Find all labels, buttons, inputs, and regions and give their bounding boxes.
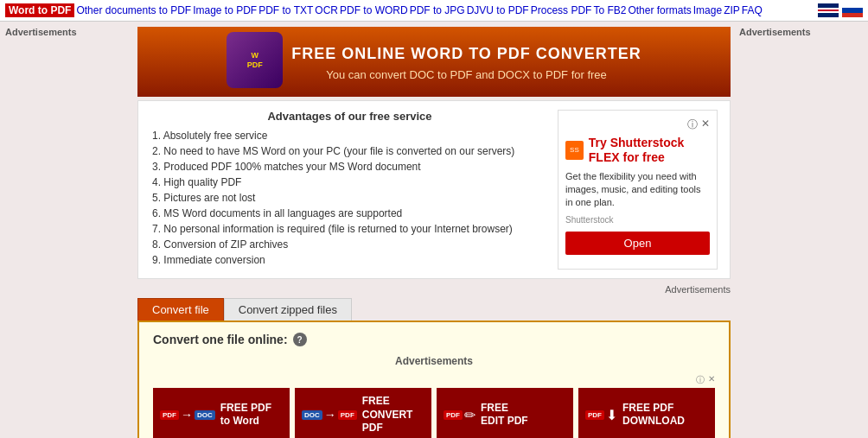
nav-to-fb2[interactable]: To FB2 [593,4,626,16]
nav-ocr[interactable]: OCR [315,4,338,16]
banner-2-icon: DOC → PDF [302,408,357,422]
ad-logo: SS [565,141,584,160]
ad-banners-top: ⓘ ✕ [153,374,715,386]
ad-banner-2[interactable]: DOC → PDF FREECONVERT PDF [295,388,431,438]
nav-process-pdf[interactable]: Process PDF [531,4,592,16]
banner-title: FREE ONLINE WORD TO PDF CONVERTER [291,40,641,63]
ads-label-bottom: Advertisements [137,284,731,295]
ad-info-icon[interactable]: ⓘ [687,117,698,132]
ad-banners-container: ⓘ ✕ PDF → DOC FREE PDFto Word DO [153,374,715,438]
banner-1-icon: PDF → DOC [160,408,215,422]
top-navigation: Word to PDF Other documents to PDF Image… [0,0,868,22]
language-flags [818,3,863,17]
advantage-5: 5. Pictures are not lost [150,192,549,204]
ad-info-icon-small[interactable]: ⓘ [696,374,705,386]
ad-source: Shutterstock [565,215,710,225]
advantage-9: 9. Immediate conversion [150,254,549,266]
nav-pdf-to-txt[interactable]: PDF to TXT [258,4,313,16]
ad-close-icon[interactable]: ✕ [701,117,710,132]
advantage-6: 6. MS Word documents in all languages ar… [150,207,549,219]
flag-uk[interactable] [818,3,839,17]
ad-banner-1[interactable]: PDF → DOC FREE PDFto Word [153,388,290,438]
nav-image[interactable]: Image [693,4,722,16]
ad-box: ⓘ ✕ SS Try Shutterstock FLEX for free Ge… [558,110,718,270]
ad-box-header: ⓘ ✕ [565,117,710,132]
convert-online-label: Convert one file online: [153,333,288,346]
ad-open-button[interactable]: Open [565,232,710,255]
tabs-row: Convert file Convert zipped files [137,298,731,321]
convert-box: Convert one file online: ? Advertisement… [137,321,731,438]
nav-djvu-to-pdf[interactable]: DJVU to PDF [467,4,529,16]
ad-banners-row: PDF → DOC FREE PDFto Word DOC → PDF FREE… [153,388,715,438]
nav-other-docs[interactable]: Other documents to PDF [76,4,191,16]
nav-pdf-to-word[interactable]: PDF to WORD [340,4,408,16]
sidebar-left-label: Advertisements [5,27,77,37]
ad-banner-4[interactable]: PDF ⬇ FREE PDFDOWNLOAD [578,388,715,438]
ad-headline: Try Shutterstock FLEX for free [589,136,710,165]
nav-zip[interactable]: ZIP [724,4,740,16]
advantage-8: 8. Conversion of ZIP archives [150,238,549,251]
nav-pdf-to-jpg[interactable]: PDF to JPG [410,4,465,16]
sidebar-left: Advertisements [0,22,134,438]
banner-1-text: FREE PDFto Word [220,402,271,428]
center-content: WPDF FREE ONLINE WORD TO PDF CONVERTER Y… [134,22,734,438]
advantage-2: 2. No need to have MS Word on your PC (y… [150,145,549,157]
banner-2-text: FREECONVERT PDF [362,395,424,435]
banner-logo: WPDF [227,32,283,88]
banner-4-icon: PDF ⬇ [585,407,617,423]
banner-3-text: FREEEDIT PDF [481,402,528,428]
main-wrapper: Advertisements WPDF FREE ONLINE WORD TO … [0,22,868,438]
nav-image-to-pdf[interactable]: Image to PDF [193,4,257,16]
help-icon[interactable]: ? [293,333,307,346]
sidebar-right: Advertisements [734,22,868,438]
sidebar-right-label: Advertisements [739,27,811,37]
advantage-3: 3. Produced PDF 100% matches your MS Wor… [150,161,549,173]
flag-ru[interactable] [842,3,863,17]
ad-body: Get the flexibility you need with images… [565,170,710,210]
advantages-box: Advantages of our free service 1. Absolu… [137,100,731,279]
ad-logo-row: SS Try Shutterstock FLEX for free [565,136,710,165]
nav-other-formats[interactable]: Other formats [628,4,691,16]
advantage-1: 1. Absolutely free service [150,130,549,142]
advantage-7: 7. No personal information is required (… [150,223,549,235]
header-banner: WPDF FREE ONLINE WORD TO PDF CONVERTER Y… [137,27,731,97]
advantages-title: Advantages of our free service [150,110,549,123]
convert-ads-label: Advertisements [153,355,715,367]
nav-faq[interactable]: FAQ [742,4,763,16]
advantages-list: 1. Absolutely free service 2. No need to… [150,130,549,266]
nav-word-to-pdf[interactable]: Word to PDF [5,3,74,17]
tab-convert-file[interactable]: Convert file [137,298,224,321]
convert-online-row: Convert one file online: ? [153,333,715,346]
ad-banner-3[interactable]: PDF ✏ FREEEDIT PDF [437,388,573,438]
tab-convert-zipped[interactable]: Convert zipped files [224,298,352,321]
banner-3-icon: PDF ✏ [444,407,475,423]
banner-4-text: FREE PDFDOWNLOAD [622,402,685,428]
banner-subtitle: You can convert DOC to PDF and DOCX to P… [291,68,641,81]
advantages-list-col: Advantages of our free service 1. Absolu… [150,110,549,270]
ad-close-icon-small[interactable]: ✕ [708,374,715,386]
advantage-4: 4. High quality PDF [150,176,549,188]
